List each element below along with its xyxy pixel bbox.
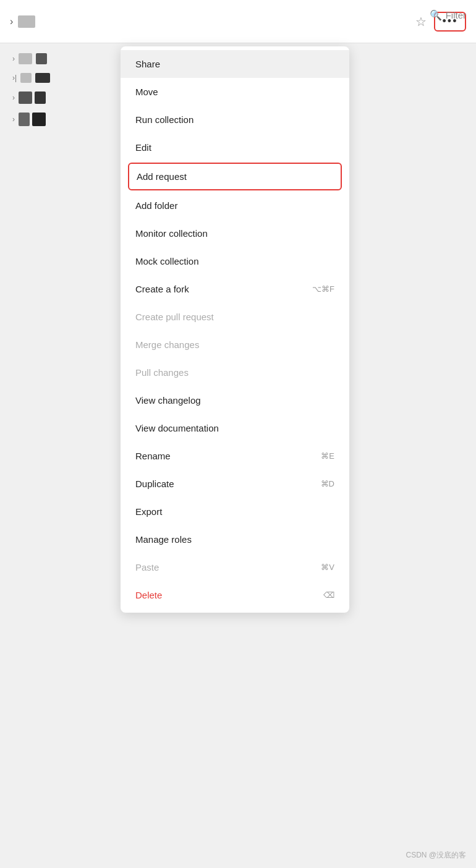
menu-item-label-paste: Paste [135, 562, 159, 572]
sidebar-toggle-icon[interactable]: › [10, 16, 13, 27]
watermark-text: CSDN @没底的客 [406, 851, 466, 859]
menu-item-rename[interactable]: Rename⌘E [121, 442, 349, 470]
menu-item-label-pull-changes: Pull changes [135, 367, 189, 378]
filter-area: 🔍 Filter [430, 9, 466, 21]
search-icon: 🔍 [430, 9, 442, 21]
menu-item-label-monitor-collection: Monitor collection [135, 228, 208, 239]
menu-item-view-changelog[interactable]: View changelog [121, 386, 349, 414]
menu-item-shortcut-duplicate: ⌘D [321, 479, 334, 488]
menu-item-export[interactable]: Export [121, 498, 349, 525]
menu-item-pull-changes: Pull changes [121, 359, 349, 386]
menu-item-label-delete: Delete [135, 590, 162, 600]
sidebar-row-4[interactable]: › [6, 109, 121, 130]
menu-item-monitor-collection[interactable]: Monitor collection [121, 219, 349, 247]
menu-item-add-folder[interactable]: Add folder [121, 192, 349, 219]
menu-item-mock-collection[interactable]: Mock collection [121, 247, 349, 275]
menu-item-merge-changes: Merge changes [121, 331, 349, 359]
watermark: CSDN @没底的客 [406, 850, 466, 861]
menu-item-label-mock-collection: Mock collection [135, 256, 199, 266]
menu-item-label-rename: Rename [135, 451, 171, 461]
menu-item-label-run-collection: Run collection [135, 114, 193, 125]
menu-item-add-request[interactable]: Add request [128, 163, 342, 190]
menu-item-move[interactable]: Move [121, 78, 349, 106]
sidebar-row-3[interactable]: › [6, 88, 121, 108]
sidebar-row-1[interactable]: › [6, 49, 121, 68]
menu-item-manage-roles[interactable]: Manage roles [121, 525, 349, 553]
menu-item-label-create-pull-request: Create pull request [135, 312, 214, 322]
menu-item-duplicate[interactable]: Duplicate⌘D [121, 470, 349, 498]
menu-item-label-merge-changes: Merge changes [135, 339, 199, 350]
menu-item-label-manage-roles: Manage roles [135, 534, 192, 545]
menu-item-paste: Paste⌘V [121, 553, 349, 581]
menu-item-view-documentation[interactable]: View documentation [121, 414, 349, 442]
sidebar-row-2[interactable]: ›| [6, 69, 121, 87]
menu-item-label-move: Move [135, 87, 158, 97]
top-bar: › ☆ ••• [0, 0, 476, 43]
menu-item-delete[interactable]: Delete⌫ [121, 581, 349, 609]
menu-item-shortcut-create-fork: ⌥⌘F [312, 284, 334, 294]
menu-item-label-view-documentation: View documentation [135, 423, 219, 433]
menu-item-label-view-changelog: View changelog [135, 395, 201, 406]
menu-item-label-duplicate: Duplicate [135, 479, 174, 489]
menu-item-create-pull-request: Create pull request [121, 303, 349, 331]
collection-icon-placeholder [18, 15, 35, 28]
menu-item-label-create-fork: Create a fork [135, 284, 189, 294]
menu-item-share[interactable]: Share [121, 50, 349, 78]
filter-label[interactable]: Filter [446, 10, 466, 20]
menu-item-label-edit: Edit [135, 142, 151, 153]
menu-item-shortcut-delete: ⌫ [323, 590, 334, 600]
menu-item-create-fork[interactable]: Create a fork⌥⌘F [121, 275, 349, 303]
menu-item-shortcut-paste: ⌘V [321, 563, 334, 572]
star-icon[interactable]: ☆ [415, 14, 427, 29]
sidebar-items: › ›| › › [6, 49, 121, 131]
menu-item-shortcut-rename: ⌘E [321, 451, 334, 461]
context-menu: ShareMoveRun collectionEditAdd requestAd… [121, 46, 349, 613]
menu-item-label-add-folder: Add folder [135, 200, 177, 211]
menu-item-label-add-request: Add request [137, 171, 187, 182]
menu-item-edit[interactable]: Edit [121, 134, 349, 161]
menu-item-label-export: Export [135, 506, 162, 517]
menu-item-label-share: Share [135, 59, 160, 69]
menu-item-run-collection[interactable]: Run collection [121, 106, 349, 134]
